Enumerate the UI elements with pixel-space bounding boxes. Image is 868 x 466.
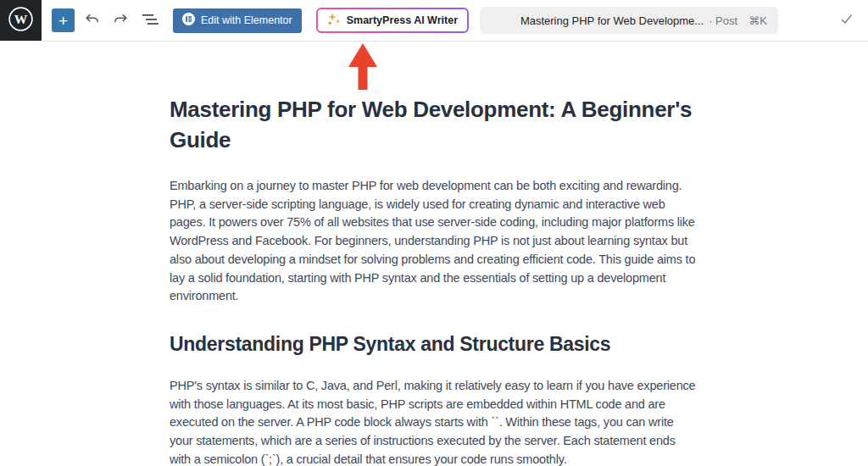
annotation-arrow-up-icon xyxy=(348,43,377,93)
block-tools-group: + xyxy=(52,8,161,32)
sparkles-icon xyxy=(327,12,341,29)
post-type-label: · Post xyxy=(709,14,737,27)
add-block-button[interactable]: + xyxy=(52,8,75,32)
redo-icon xyxy=(112,11,130,31)
paragraph-block-intro[interactable]: Embarking on a journey to master PHP for… xyxy=(170,177,698,306)
document-title-command-button[interactable]: Mastering PHP for Web Developme... · Pos… xyxy=(480,7,778,34)
elementor-button-label: Edit with Elementor xyxy=(201,14,292,26)
editor-canvas: Mastering PHP for Web Development: A Beg… xyxy=(170,42,698,466)
command-shortcut: ⌘K xyxy=(748,14,767,27)
undo-button[interactable] xyxy=(81,8,103,32)
redo-button[interactable] xyxy=(109,8,132,32)
saved-status-indicator xyxy=(838,11,854,31)
smartypress-button-label: SmartyPress AI Writer xyxy=(347,14,458,26)
wordpress-icon: W xyxy=(8,6,34,36)
elementor-icon xyxy=(182,13,195,28)
undo-icon xyxy=(83,11,101,31)
smartypress-ai-writer-button[interactable]: SmartyPress AI Writer xyxy=(316,8,469,33)
list-view-icon xyxy=(141,12,159,30)
paragraph-block-syntax[interactable]: PHP's syntax is similar to C, Java, and … xyxy=(170,377,698,466)
document-overview-button[interactable] xyxy=(138,8,161,32)
check-icon xyxy=(838,11,854,31)
post-title-block[interactable]: Mastering PHP for Web Development: A Beg… xyxy=(170,94,698,155)
editor-toolbar: W + xyxy=(0,0,868,42)
wordpress-menu-button[interactable]: W xyxy=(0,0,42,41)
edit-with-elementor-button[interactable]: Edit with Elementor xyxy=(173,8,302,33)
plus-icon: + xyxy=(58,13,68,29)
heading-block-syntax[interactable]: Understanding PHP Syntax and Structure B… xyxy=(170,331,698,357)
svg-text:W: W xyxy=(14,12,28,26)
document-title: Mastering PHP for Web Developme... xyxy=(520,14,704,27)
